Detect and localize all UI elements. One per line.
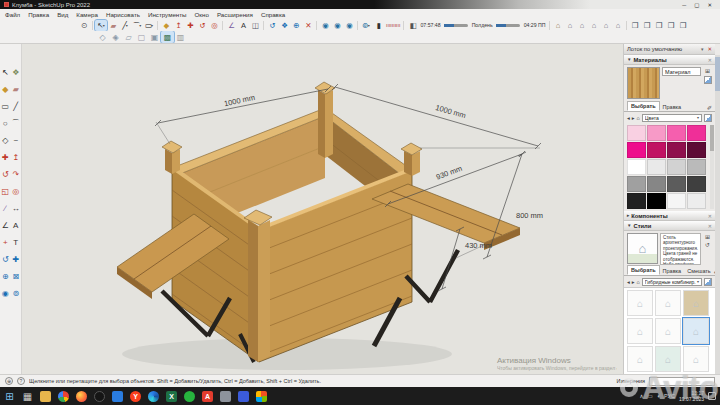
rotate-tool[interactable]: ↺ xyxy=(0,170,10,179)
materials-tab-edit[interactable]: Правка xyxy=(660,103,685,111)
color-swatch[interactable] xyxy=(667,176,686,192)
in-model-button[interactable]: ⌂ xyxy=(637,279,640,285)
line-tool[interactable]: ╱ xyxy=(11,102,21,111)
color-swatch[interactable] xyxy=(687,176,706,192)
blue-app-icon[interactable] xyxy=(238,391,249,402)
create-material-button[interactable]: ⊞ xyxy=(705,68,710,74)
scene-tick-strip[interactable]: ıııııııııı xyxy=(384,20,401,31)
excel-icon[interactable]: X xyxy=(166,391,177,402)
left-view-button[interactable]: ⌂ xyxy=(612,20,624,31)
color-swatch[interactable] xyxy=(687,193,706,209)
menu-item[interactable]: Окно xyxy=(195,11,209,18)
color-swatch[interactable] xyxy=(667,125,686,141)
toolbar-item[interactable] xyxy=(626,21,627,30)
color-swatch[interactable] xyxy=(687,125,706,141)
chrome-icon[interactable] xyxy=(58,391,69,402)
select-tool[interactable]: ↖ xyxy=(0,68,10,77)
toolbar-item[interactable] xyxy=(157,21,158,30)
color-swatch[interactable] xyxy=(627,159,646,175)
color-swatch[interactable] xyxy=(647,176,666,192)
styles-tab-edit[interactable]: Правка xyxy=(660,267,685,275)
tape-measure-tool[interactable]: ∠ xyxy=(225,20,237,31)
zoom-tool[interactable]: ⊕ xyxy=(290,20,302,31)
paint-bucket-tool[interactable]: ◆ xyxy=(160,20,172,31)
style-thumbnail[interactable]: ⌂ xyxy=(655,318,681,344)
back-button[interactable]: ◂ xyxy=(627,115,630,121)
make-component-tool[interactable]: ❖ xyxy=(11,68,21,77)
xray-style-button[interactable]: ◇ xyxy=(96,31,109,43)
materials-collection-dropdown[interactable]: Цвета ▾ xyxy=(642,114,702,122)
file-explorer-icon[interactable] xyxy=(40,391,51,402)
previous-view-button[interactable]: ◉ xyxy=(319,20,331,31)
shadow-time-slider[interactable] xyxy=(444,24,468,27)
paint-bucket-tool[interactable]: ◆ xyxy=(0,85,10,94)
offset-tool[interactable]: ◎ xyxy=(11,187,21,196)
textured-style-button[interactable]: ▩ xyxy=(161,31,174,43)
freehand-tool[interactable]: ~ xyxy=(11,136,21,145)
close-icon[interactable]: ✕ xyxy=(708,213,712,219)
color-swatch[interactable] xyxy=(627,176,646,192)
styles-collection-dropdown[interactable]: Гибридные комбинир. сти ▾ xyxy=(642,278,702,286)
pan-tool[interactable]: ❖ xyxy=(278,20,290,31)
clock[interactable]: 13:17 19.07.2023 xyxy=(679,390,704,402)
material-name-field[interactable]: Материал xyxy=(662,67,701,76)
dark-circle-app-icon[interactable] xyxy=(94,391,105,402)
minimize-button[interactable]: ─ xyxy=(682,2,686,8)
current-style-preview[interactable]: ⌂ xyxy=(627,233,658,264)
next-view-button[interactable]: ◉ xyxy=(331,20,343,31)
move-tool[interactable]: ✚ xyxy=(184,20,196,31)
tray-pin-icon[interactable]: ▾ xyxy=(701,46,704,52)
color-swatch[interactable] xyxy=(627,125,646,141)
color-swatch[interactable] xyxy=(647,142,666,158)
push-pull-tool[interactable]: ↥ xyxy=(11,153,21,162)
axes-tool[interactable]: + xyxy=(0,238,10,247)
style-thumbnail[interactable]: ⌂ xyxy=(627,346,653,372)
arc-tool[interactable]: ⌒▾ xyxy=(131,20,143,31)
create-style-button[interactable]: ⊞ xyxy=(705,234,710,240)
orbit-tool[interactable]: ↺ xyxy=(266,20,278,31)
in-model-button[interactable]: ⌂ xyxy=(637,115,640,121)
blue-tile-app-icon[interactable] xyxy=(112,391,123,402)
close-icon[interactable]: ✕ xyxy=(708,223,712,229)
menu-item[interactable]: Инструменты xyxy=(148,11,187,18)
style-thumbnail[interactable]: ⌂ xyxy=(627,318,653,344)
materials-section-header[interactable]: ▼ Материалы ✕ xyxy=(624,55,715,65)
circle-tool[interactable]: ○ xyxy=(0,119,10,128)
monochrome-style-button[interactable]: ▥ xyxy=(174,31,187,43)
styles-tab-select[interactable]: Выбрать xyxy=(627,265,660,275)
wireframe-style-button[interactable]: ▱ xyxy=(122,31,135,43)
top-view-button[interactable]: ⌂ xyxy=(564,20,576,31)
maximize-button[interactable]: ▢ xyxy=(694,2,699,8)
color-swatch[interactable] xyxy=(647,193,666,209)
styles-section-header[interactable]: ▼ Стили ✕ xyxy=(624,221,715,231)
line-tool[interactable]: ╱▾ xyxy=(119,20,131,31)
gray-app-icon[interactable] xyxy=(220,391,231,402)
solid-tool-5[interactable]: ❐ xyxy=(677,20,689,31)
help-menu-button[interactable]: ⊚▾ xyxy=(360,20,372,31)
right-view-button[interactable]: ⌂ xyxy=(588,20,600,31)
hidden-line-style-button[interactable]: ▢ xyxy=(135,31,148,43)
menu-item[interactable]: Расширения xyxy=(217,11,253,18)
style-thumbnail[interactable]: ⌂ xyxy=(655,290,681,316)
shapes-tool[interactable]: ▭▾ xyxy=(143,20,155,31)
zoom-tool[interactable]: ⊕ xyxy=(0,272,10,281)
rotate-tool[interactable]: ↺ xyxy=(196,20,208,31)
geolocation-icon[interactable]: ⊕ xyxy=(5,377,13,385)
dimension-tool[interactable]: ↔ xyxy=(11,204,21,213)
tray-close-icon[interactable]: ✕ xyxy=(707,46,712,52)
forward-button[interactable]: ▸ xyxy=(632,115,635,121)
color-swatch[interactable] xyxy=(667,159,686,175)
style-thumbnail[interactable]: ⌂ xyxy=(683,290,709,316)
menu-item[interactable]: Файл xyxy=(5,11,20,18)
color-swatch[interactable] xyxy=(627,142,646,158)
shadow-time-value[interactable]: 07:57:48 xyxy=(418,20,441,31)
viewport-3d[interactable]: 1000 mm 1000 mm 930 mm 800 mm 430 mm Акт… xyxy=(22,44,623,374)
eyedropper-icon[interactable]: ✐ xyxy=(707,104,712,111)
color-swatch[interactable] xyxy=(687,142,706,158)
pan-tool[interactable]: ✚ xyxy=(11,255,21,264)
rectangle-tool[interactable]: ▭ xyxy=(0,102,10,111)
zoom-extents-tool[interactable]: ✕ xyxy=(302,20,314,31)
toolbar-item[interactable] xyxy=(92,21,93,30)
tray-scrollbar[interactable] xyxy=(715,55,720,374)
forward-button[interactable]: ▸ xyxy=(632,279,635,285)
